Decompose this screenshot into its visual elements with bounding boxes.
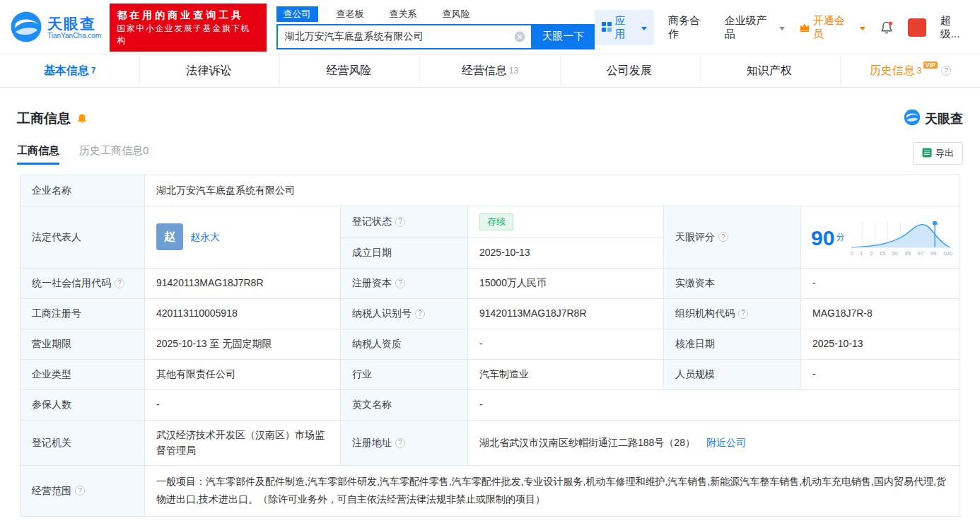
field-label: 企业名称 [21, 175, 145, 206]
user-avatar[interactable] [908, 18, 926, 37]
tab-label: 基本信息 [44, 64, 89, 78]
field-label: 核准日期 [664, 329, 801, 359]
field-label: 英文名称 [341, 390, 468, 420]
subscribe-bell-icon[interactable] [76, 113, 88, 124]
search-button[interactable]: 天眼一下 [532, 24, 595, 49]
question-icon[interactable]: ? [415, 309, 425, 319]
tab-basic-info[interactable]: 基本信息7 [0, 54, 140, 87]
tianyancha-logo[interactable]: 天眼查 TianYanCha.com [10, 11, 101, 45]
business-term-value: 2025-10-13 至 无固定期限 [145, 329, 341, 359]
search-tab-relation[interactable]: 查关系 [383, 6, 424, 22]
field-label: 组织机构代码 ? [664, 299, 801, 329]
search-tabs: 查公司 查老板 查关系 查风险 [276, 6, 595, 22]
reg-authority-value: 武汉经济技术开发区（汉南区）市场监督管理局 [145, 421, 341, 465]
question-icon[interactable]: ? [738, 309, 748, 319]
export-button[interactable]: 导出 [913, 142, 963, 165]
reg-number-value: 420113110005918 [145, 299, 341, 329]
reg-address-value: 湖北省武汉市汉南区纱帽街通江二路188号（28） [479, 435, 695, 451]
reg-address-label: 注册地址 [352, 435, 392, 451]
apps-menu[interactable]: 应用 [595, 10, 654, 45]
slogan-line2: 国家中小企业发展子基金旗下机构 [117, 23, 259, 47]
legal-rep-avatar[interactable]: 赵 [156, 223, 183, 250]
chevron-down-icon [860, 27, 865, 30]
insured-count-value: - [145, 390, 341, 420]
subtab-history-business-info[interactable]: 历史工商信息0 [79, 144, 148, 165]
chevron-down-icon [641, 27, 647, 30]
search-tab-risk[interactable]: 查风险 [436, 6, 477, 22]
subtab-label: 历史工商信息0 [79, 144, 148, 158]
tab-operating-risk[interactable]: 经营风险 [280, 54, 420, 87]
logo-text: 天眼查 [47, 16, 101, 32]
business-info-table: 企业名称 湖北万安汽车底盘系统有限公司 法定代表人 赵 赵永大 登记状态 ? 存… [20, 175, 960, 517]
page-title: 工商信息 [17, 110, 71, 128]
question-icon[interactable]: ? [395, 217, 405, 227]
tab-label: 法律诉讼 [186, 64, 231, 78]
table-row: 企业名称 湖北万安汽车底盘系统有限公司 [21, 175, 959, 206]
english-name-value: - [468, 390, 959, 420]
field-label: 登记机关 [21, 421, 145, 465]
tab-history-info[interactable]: 历史信息3 VIP ? [841, 54, 980, 87]
tab-intellectual-property[interactable]: 知识产权 [701, 54, 841, 87]
field-label: 注册资本 ? [341, 269, 468, 298]
table-row: 企业类型 其他有限责任公司 行业 汽车制造业 人员规模 - [21, 360, 959, 390]
slogan-banner: 都在用的商业查询工具 国家中小企业发展子基金旗下机构 [110, 4, 266, 51]
export-label: 导出 [935, 147, 954, 160]
question-icon[interactable]: ? [941, 66, 951, 76]
subtab-business-info[interactable]: 工商信息 [17, 144, 59, 165]
industry-value: 汽车制造业 [468, 360, 664, 389]
business-cooperation-link[interactable]: 商务合作 [668, 14, 710, 41]
active-subtab-underline [17, 163, 59, 165]
watermark-logo-icon [904, 109, 921, 128]
table-row: 营业期限 2025-10-13 至 无固定期限 纳税人资质 - 核准日期 202… [21, 329, 959, 360]
logo-domain: TianYanCha.com [47, 32, 101, 40]
legal-rep-link[interactable]: 赵永大 [190, 230, 220, 245]
company-type-value: 其他有限责任公司 [145, 360, 341, 389]
field-label: 登记状态 ? [341, 206, 468, 237]
score-value: 90 [811, 228, 834, 249]
chevron-down-icon [779, 27, 785, 30]
tab-legal-proceedings[interactable]: 法律诉讼 [140, 54, 280, 87]
table-row: 统一社会信用代码 ? 91420113MAG18J7R8R 注册资本 ? 150… [21, 269, 959, 299]
reg-status-label: 登记状态 [352, 214, 392, 230]
field-label: 纳税人资质 [341, 329, 468, 359]
legal-rep-cell: 赵 赵永大 [145, 206, 341, 268]
reg-address-cell: 湖北省武汉市汉南区纱帽街通江二路188号（28） 附近公司 [468, 421, 959, 465]
credit-code-value: 91420113MAG18J7R8R [145, 269, 341, 298]
question-icon[interactable]: ? [395, 278, 405, 288]
field-label: 行业 [341, 360, 468, 389]
nearby-companies-link[interactable]: 附近公司 [706, 435, 746, 451]
field-label: 法定代表人 [21, 206, 145, 268]
approval-date-value: 2025-10-13 [801, 329, 959, 359]
top-header: 天眼查 TianYanCha.com 都在用的商业查询工具 国家中小企业发展子基… [0, 0, 980, 54]
question-icon[interactable]: ? [395, 438, 405, 448]
tab-operating-info[interactable]: 经营信息13 [420, 54, 560, 87]
field-label: 统一社会信用代码 ? [21, 269, 145, 298]
question-icon[interactable]: ? [75, 486, 85, 495]
question-icon[interactable]: ? [718, 232, 728, 242]
status-badge: 存续 [479, 213, 513, 230]
tab-label: 知识产权 [747, 64, 792, 78]
field-label: 实缴资本 [664, 269, 801, 298]
enterprise-product-label: 企业级产品 [724, 14, 776, 41]
field-label: 注册地址 ? [341, 421, 468, 465]
export-icon [922, 148, 932, 160]
clear-search-icon[interactable] [514, 31, 525, 42]
reg-status-cell: 存续 [468, 206, 664, 237]
tab-label: 历史信息 [870, 64, 915, 78]
search-tab-company[interactable]: 查公司 [276, 6, 318, 22]
question-icon[interactable]: ? [115, 278, 124, 288]
username[interactable]: 超级... [940, 14, 970, 41]
search-tab-boss[interactable]: 查老板 [329, 6, 371, 22]
tab-count: 7 [91, 66, 96, 76]
field-label: 人员规模 [664, 360, 801, 389]
search-input[interactable] [285, 31, 514, 42]
enterprise-product-menu[interactable]: 企业级产品 [724, 14, 784, 41]
notifications-bell-icon[interactable] [880, 20, 894, 35]
app-grid-icon [602, 22, 612, 34]
tab-company-development[interactable]: 公司发展 [561, 54, 701, 87]
field-label: 参保人数 [21, 390, 145, 420]
crown-icon [799, 22, 810, 34]
tab-count: 3 [917, 66, 922, 76]
org-code-value: MAG18J7R-8 [801, 299, 959, 329]
open-vip-menu[interactable]: 开通会员 [799, 14, 865, 41]
